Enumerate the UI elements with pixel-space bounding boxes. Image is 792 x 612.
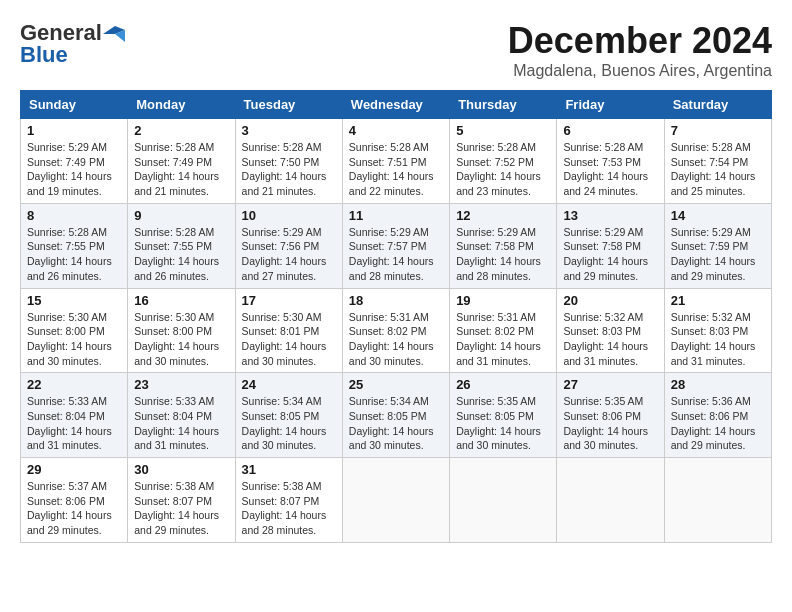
day-info: Sunrise: 5:30 AMSunset: 8:01 PMDaylight:…	[242, 310, 336, 369]
calendar-day-cell: 8Sunrise: 5:28 AMSunset: 7:55 PMDaylight…	[21, 203, 128, 288]
calendar-day-cell: 1Sunrise: 5:29 AMSunset: 7:49 PMDaylight…	[21, 119, 128, 204]
day-number: 28	[671, 377, 765, 392]
day-number: 29	[27, 462, 121, 477]
day-number: 27	[563, 377, 657, 392]
day-info: Sunrise: 5:37 AMSunset: 8:06 PMDaylight:…	[27, 479, 121, 538]
calendar-week-row: 29Sunrise: 5:37 AMSunset: 8:06 PMDayligh…	[21, 458, 772, 543]
day-number: 16	[134, 293, 228, 308]
day-info: Sunrise: 5:29 AMSunset: 7:59 PMDaylight:…	[671, 225, 765, 284]
calendar-day-cell: 14Sunrise: 5:29 AMSunset: 7:59 PMDayligh…	[664, 203, 771, 288]
calendar-day-cell: 22Sunrise: 5:33 AMSunset: 8:04 PMDayligh…	[21, 373, 128, 458]
calendar-day-cell: 23Sunrise: 5:33 AMSunset: 8:04 PMDayligh…	[128, 373, 235, 458]
day-info: Sunrise: 5:30 AMSunset: 8:00 PMDaylight:…	[27, 310, 121, 369]
day-number: 7	[671, 123, 765, 138]
day-number: 13	[563, 208, 657, 223]
calendar-day-cell: 29Sunrise: 5:37 AMSunset: 8:06 PMDayligh…	[21, 458, 128, 543]
day-info: Sunrise: 5:28 AMSunset: 7:54 PMDaylight:…	[671, 140, 765, 199]
day-number: 19	[456, 293, 550, 308]
calendar-empty-cell	[342, 458, 449, 543]
day-number: 10	[242, 208, 336, 223]
logo-blue: Blue	[20, 42, 68, 68]
calendar-day-cell: 5Sunrise: 5:28 AMSunset: 7:52 PMDaylight…	[450, 119, 557, 204]
day-number: 2	[134, 123, 228, 138]
calendar-header-row: SundayMondayTuesdayWednesdayThursdayFrid…	[21, 91, 772, 119]
weekday-header-wednesday: Wednesday	[342, 91, 449, 119]
day-number: 30	[134, 462, 228, 477]
calendar-day-cell: 26Sunrise: 5:35 AMSunset: 8:05 PMDayligh…	[450, 373, 557, 458]
day-info: Sunrise: 5:28 AMSunset: 7:52 PMDaylight:…	[456, 140, 550, 199]
day-info: Sunrise: 5:29 AMSunset: 7:57 PMDaylight:…	[349, 225, 443, 284]
day-number: 3	[242, 123, 336, 138]
day-info: Sunrise: 5:28 AMSunset: 7:51 PMDaylight:…	[349, 140, 443, 199]
calendar-table: SundayMondayTuesdayWednesdayThursdayFrid…	[20, 90, 772, 543]
weekday-header-monday: Monday	[128, 91, 235, 119]
calendar-day-cell: 24Sunrise: 5:34 AMSunset: 8:05 PMDayligh…	[235, 373, 342, 458]
month-title: December 2024	[508, 20, 772, 62]
day-number: 20	[563, 293, 657, 308]
calendar-day-cell: 11Sunrise: 5:29 AMSunset: 7:57 PMDayligh…	[342, 203, 449, 288]
day-info: Sunrise: 5:28 AMSunset: 7:55 PMDaylight:…	[134, 225, 228, 284]
calendar-day-cell: 25Sunrise: 5:34 AMSunset: 8:05 PMDayligh…	[342, 373, 449, 458]
day-info: Sunrise: 5:28 AMSunset: 7:50 PMDaylight:…	[242, 140, 336, 199]
calendar-day-cell: 21Sunrise: 5:32 AMSunset: 8:03 PMDayligh…	[664, 288, 771, 373]
calendar-day-cell: 17Sunrise: 5:30 AMSunset: 8:01 PMDayligh…	[235, 288, 342, 373]
calendar-day-cell: 30Sunrise: 5:38 AMSunset: 8:07 PMDayligh…	[128, 458, 235, 543]
title-block: December 2024 Magdalena, Buenos Aires, A…	[508, 20, 772, 80]
day-number: 24	[242, 377, 336, 392]
calendar-day-cell: 27Sunrise: 5:35 AMSunset: 8:06 PMDayligh…	[557, 373, 664, 458]
day-number: 14	[671, 208, 765, 223]
calendar-day-cell: 4Sunrise: 5:28 AMSunset: 7:51 PMDaylight…	[342, 119, 449, 204]
day-number: 8	[27, 208, 121, 223]
day-info: Sunrise: 5:32 AMSunset: 8:03 PMDaylight:…	[671, 310, 765, 369]
day-info: Sunrise: 5:34 AMSunset: 8:05 PMDaylight:…	[242, 394, 336, 453]
calendar-day-cell: 7Sunrise: 5:28 AMSunset: 7:54 PMDaylight…	[664, 119, 771, 204]
day-number: 23	[134, 377, 228, 392]
logo-bird-icon	[103, 26, 125, 42]
calendar-day-cell: 3Sunrise: 5:28 AMSunset: 7:50 PMDaylight…	[235, 119, 342, 204]
calendar-week-row: 15Sunrise: 5:30 AMSunset: 8:00 PMDayligh…	[21, 288, 772, 373]
calendar-day-cell: 28Sunrise: 5:36 AMSunset: 8:06 PMDayligh…	[664, 373, 771, 458]
day-info: Sunrise: 5:29 AMSunset: 7:49 PMDaylight:…	[27, 140, 121, 199]
calendar-empty-cell	[557, 458, 664, 543]
day-info: Sunrise: 5:33 AMSunset: 8:04 PMDaylight:…	[134, 394, 228, 453]
day-info: Sunrise: 5:29 AMSunset: 7:58 PMDaylight:…	[563, 225, 657, 284]
calendar-day-cell: 16Sunrise: 5:30 AMSunset: 8:00 PMDayligh…	[128, 288, 235, 373]
calendar-day-cell: 10Sunrise: 5:29 AMSunset: 7:56 PMDayligh…	[235, 203, 342, 288]
calendar-day-cell: 13Sunrise: 5:29 AMSunset: 7:58 PMDayligh…	[557, 203, 664, 288]
day-info: Sunrise: 5:36 AMSunset: 8:06 PMDaylight:…	[671, 394, 765, 453]
day-info: Sunrise: 5:28 AMSunset: 7:49 PMDaylight:…	[134, 140, 228, 199]
calendar-empty-cell	[450, 458, 557, 543]
calendar-week-row: 22Sunrise: 5:33 AMSunset: 8:04 PMDayligh…	[21, 373, 772, 458]
day-number: 4	[349, 123, 443, 138]
calendar-day-cell: 20Sunrise: 5:32 AMSunset: 8:03 PMDayligh…	[557, 288, 664, 373]
calendar-week-row: 1Sunrise: 5:29 AMSunset: 7:49 PMDaylight…	[21, 119, 772, 204]
day-number: 18	[349, 293, 443, 308]
logo: General Blue	[20, 20, 125, 68]
calendar-day-cell: 31Sunrise: 5:38 AMSunset: 8:07 PMDayligh…	[235, 458, 342, 543]
day-info: Sunrise: 5:35 AMSunset: 8:05 PMDaylight:…	[456, 394, 550, 453]
day-number: 15	[27, 293, 121, 308]
day-number: 25	[349, 377, 443, 392]
day-info: Sunrise: 5:28 AMSunset: 7:55 PMDaylight:…	[27, 225, 121, 284]
calendar-day-cell: 15Sunrise: 5:30 AMSunset: 8:00 PMDayligh…	[21, 288, 128, 373]
day-info: Sunrise: 5:29 AMSunset: 7:58 PMDaylight:…	[456, 225, 550, 284]
calendar-day-cell: 19Sunrise: 5:31 AMSunset: 8:02 PMDayligh…	[450, 288, 557, 373]
day-number: 22	[27, 377, 121, 392]
day-number: 9	[134, 208, 228, 223]
calendar-day-cell: 12Sunrise: 5:29 AMSunset: 7:58 PMDayligh…	[450, 203, 557, 288]
day-info: Sunrise: 5:38 AMSunset: 8:07 PMDaylight:…	[242, 479, 336, 538]
day-number: 6	[563, 123, 657, 138]
day-number: 12	[456, 208, 550, 223]
day-number: 5	[456, 123, 550, 138]
weekday-header-sunday: Sunday	[21, 91, 128, 119]
calendar-day-cell: 2Sunrise: 5:28 AMSunset: 7:49 PMDaylight…	[128, 119, 235, 204]
day-number: 11	[349, 208, 443, 223]
day-info: Sunrise: 5:28 AMSunset: 7:53 PMDaylight:…	[563, 140, 657, 199]
calendar-day-cell: 9Sunrise: 5:28 AMSunset: 7:55 PMDaylight…	[128, 203, 235, 288]
weekday-header-friday: Friday	[557, 91, 664, 119]
day-info: Sunrise: 5:32 AMSunset: 8:03 PMDaylight:…	[563, 310, 657, 369]
day-info: Sunrise: 5:38 AMSunset: 8:07 PMDaylight:…	[134, 479, 228, 538]
day-number: 31	[242, 462, 336, 477]
day-number: 17	[242, 293, 336, 308]
day-number: 1	[27, 123, 121, 138]
